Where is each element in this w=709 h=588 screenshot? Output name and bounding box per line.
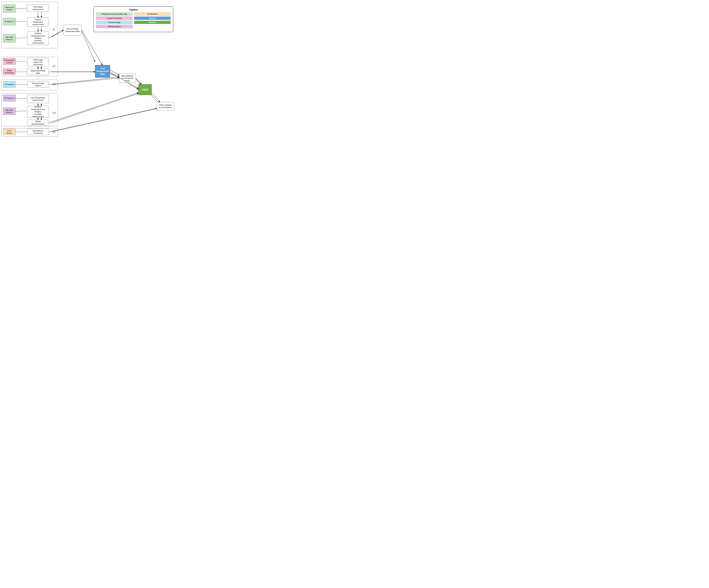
obj-temp-box: Object'sTemperaturemeasurement bbox=[27, 18, 49, 27]
ir-camera-box: IR Camera bbox=[3, 81, 16, 87]
svg-line-39 bbox=[49, 108, 157, 132]
svg-line-37 bbox=[136, 78, 141, 84]
caption-result-ii: Result II bbox=[134, 21, 171, 24]
caption-image-proc: Image Processing bbox=[96, 17, 133, 20]
ultrasound-sensor-box: UltrasoundSensor bbox=[3, 4, 16, 13]
svg-line-19 bbox=[110, 70, 119, 75]
caption-temp-humidity: Temperature and Humidity data bbox=[96, 12, 133, 16]
amb-temp2-box: AmbientTemperature andRelativeHumidityme… bbox=[27, 106, 49, 118]
ec5-sensor-box: EC-5 Sensor bbox=[3, 129, 16, 135]
leaf-temp-map-box: LeafTemperatureMap bbox=[95, 65, 110, 78]
photo-camera-box: PhotographicCamera bbox=[3, 58, 16, 65]
am2302-1-box: AM 2302Sensor 1 bbox=[3, 34, 16, 43]
leaf-temp-meas-box: Leaf Temperaturemeasurement bbox=[27, 95, 49, 103]
segmented-map-box: Segmented PlantsMap bbox=[27, 69, 49, 75]
diagram-container: (i) UltrasoundSensor IR Sensor 1 AM 2302… bbox=[0, 0, 177, 147]
caption-result-i: Result I bbox=[134, 17, 171, 20]
svg-line-35 bbox=[110, 73, 119, 77]
rgb-capture-box: RGB imagecapture forprocessing bbox=[27, 58, 49, 67]
caption-box: Caption Temperature and Humidity data So… bbox=[94, 6, 174, 32]
map-validation-box: Map Validationby the thermalimage bbox=[119, 74, 136, 83]
svg-line-9 bbox=[81, 30, 95, 62]
ir-sensor1-box: IR Sensor 1 bbox=[3, 18, 16, 25]
cwsi-box: CWSI bbox=[138, 84, 152, 95]
plant-height-box: Plant heighmeasurement bbox=[27, 4, 49, 12]
svg-line-31 bbox=[49, 77, 119, 84]
svg-line-23 bbox=[52, 108, 159, 132]
roman-i: (i) bbox=[53, 28, 55, 31]
roman-ii: (ii) bbox=[53, 65, 55, 67]
roman-iii: (iii) bbox=[53, 83, 56, 85]
svg-line-21 bbox=[135, 78, 141, 85]
amb-temp1-box: AmbientTemperature andRelativeHumidityme… bbox=[27, 31, 49, 45]
roman-iv: (iv) bbox=[53, 111, 56, 114]
svg-line-17 bbox=[52, 94, 138, 123]
soil-plants-map-box: Soil and PlantsTemperature Map bbox=[63, 25, 82, 35]
svg-line-30 bbox=[82, 30, 102, 65]
svg-line-12 bbox=[52, 78, 119, 85]
caption-nwsb: NWSB equation bbox=[96, 25, 133, 28]
caption-title: Caption bbox=[96, 8, 171, 11]
thermal-capture-box: Thermal imagecapture bbox=[27, 81, 49, 87]
nwsb-box: NWSBparametrization bbox=[27, 120, 49, 126]
caption-grid: Temperature and Humidity data Soil Moist… bbox=[96, 12, 171, 28]
caption-empty bbox=[134, 25, 171, 28]
cwsi-validation-box: CWSI validationby soil moisture bbox=[157, 102, 174, 110]
soil-moisture-mon-box: Soil Moisturemonitoring bbox=[27, 129, 49, 135]
svg-line-34 bbox=[49, 93, 138, 123]
caption-thermal-image: Thermal Image bbox=[96, 21, 133, 24]
svg-line-38 bbox=[152, 94, 160, 102]
am2302-2-box: AM 2302Sensor 2 bbox=[3, 107, 16, 115]
caption-soil-moisture: Soil Moisture bbox=[134, 12, 171, 16]
ir-sensor2-box: IR Sensor 2 bbox=[3, 95, 16, 101]
image-proc-sensor-box: Image Processing bbox=[3, 68, 16, 75]
roman-v: (v) bbox=[53, 131, 55, 133]
